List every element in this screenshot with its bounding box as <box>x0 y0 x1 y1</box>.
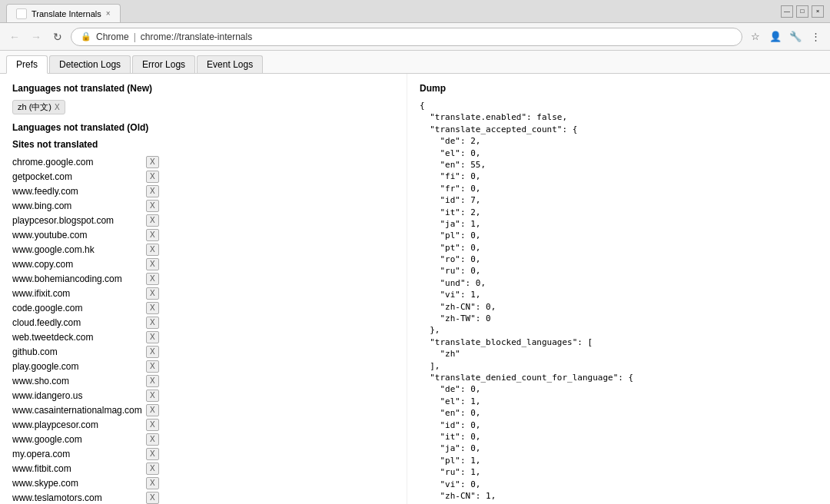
site-remove-button[interactable]: X <box>146 448 159 460</box>
site-name: code.google.com <box>12 303 143 313</box>
language-tag-remove[interactable]: X <box>55 103 60 111</box>
site-remove-button[interactable]: X <box>146 287 159 300</box>
lock-icon: 🔒 <box>81 32 91 41</box>
list-item: www.idangero.usX <box>12 390 394 402</box>
site-remove-button[interactable]: X <box>146 185 159 197</box>
list-item: www.bohemiancoding.comX <box>12 273 394 285</box>
site-remove-button[interactable]: X <box>146 200 159 212</box>
site-name: www.idangero.us <box>12 390 143 401</box>
site-name: www.fitbit.com <box>12 463 143 474</box>
site-name: my.opera.com <box>12 449 143 459</box>
back-button[interactable]: ← <box>6 28 23 45</box>
site-remove-button[interactable]: X <box>146 346 159 358</box>
address-bar: ← → ↻ 🔒 Chrome | chrome://translate-inte… <box>0 23 830 51</box>
list-item: my.opera.comX <box>12 448 394 460</box>
site-remove-button[interactable]: X <box>146 317 159 329</box>
site-name: www.google.com.hk <box>12 244 143 255</box>
site-remove-button[interactable]: X <box>146 477 159 489</box>
right-panel: Dump { "translate.enabled": false, "tran… <box>407 74 830 504</box>
extensions-icon[interactable]: 🔧 <box>787 28 804 45</box>
site-remove-button[interactable]: X <box>146 171 159 183</box>
site-name: www.bing.com <box>12 201 143 211</box>
list-item: www.fitbit.comX <box>12 463 394 475</box>
refresh-button[interactable]: ↻ <box>49 28 66 45</box>
list-item: github.comX <box>12 346 394 358</box>
list-item: www.teslamotors.comX <box>12 492 394 504</box>
site-remove-button[interactable]: X <box>146 492 159 504</box>
list-item: www.playpcesor.comX <box>12 419 394 431</box>
bookmark-star-icon[interactable]: ☆ <box>747 28 764 45</box>
forward-button[interactable]: → <box>28 28 45 45</box>
address-input[interactable]: 🔒 Chrome | chrome://translate-internals <box>71 28 742 46</box>
menu-icon[interactable]: ⋮ <box>807 28 824 45</box>
site-name: getpocket.com <box>12 171 143 182</box>
language-tag-label: zh (中文) <box>18 101 51 113</box>
site-remove-button[interactable]: X <box>146 463 159 475</box>
site-remove-button[interactable]: X <box>146 258 159 270</box>
list-item: getpocket.comX <box>12 171 394 183</box>
list-item: www.copy.comX <box>12 258 394 270</box>
site-remove-button[interactable]: X <box>146 331 159 343</box>
toolbar-icons: ☆ 👤 🔧 ⋮ <box>747 28 824 45</box>
site-name: www.google.com <box>12 434 143 445</box>
site-name: play.google.com <box>12 361 143 372</box>
dump-content: { "translate.enabled": false, "translate… <box>420 100 818 504</box>
site-remove-button[interactable]: X <box>146 433 159 446</box>
list-item: www.skype.comX <box>12 477 394 489</box>
site-remove-button[interactable]: X <box>146 273 159 285</box>
list-item: cloud.feedly.comX <box>12 317 394 329</box>
site-remove-button[interactable]: X <box>146 214 159 227</box>
window-controls: — □ × <box>781 5 824 18</box>
tab-prefs[interactable]: Prefs <box>6 55 48 74</box>
site-name: playpcesor.blogspot.com <box>12 215 143 226</box>
section-sites-title: Sites not translated <box>12 139 394 150</box>
site-name: www.copy.com <box>12 259 143 270</box>
browser-tab[interactable]: Translate Internals × <box>6 4 121 22</box>
tab-event-logs[interactable]: Event Logs <box>197 55 263 73</box>
list-item: www.casainternationalmag.comX <box>12 404 394 416</box>
section-new-languages-title: Languages not translated (New) <box>12 83 394 94</box>
site-remove-button[interactable]: X <box>146 404 159 416</box>
list-item: play.google.comX <box>12 360 394 373</box>
site-remove-button[interactable]: X <box>146 302 159 314</box>
list-item: www.ifixit.comX <box>12 287 394 300</box>
list-item: www.sho.comX <box>12 375 394 387</box>
list-item: www.google.comX <box>12 433 394 446</box>
site-remove-button[interactable]: X <box>146 390 159 402</box>
site-name: www.sho.com <box>12 376 143 386</box>
tab-label: Translate Internals <box>32 9 101 18</box>
site-remove-button[interactable]: X <box>146 375 159 387</box>
list-item: web.tweetdeck.comX <box>12 331 394 343</box>
site-remove-button[interactable]: X <box>146 419 159 431</box>
close-window-button[interactable]: × <box>812 5 824 18</box>
address-separator: | <box>134 32 136 42</box>
site-name: cloud.feedly.com <box>12 317 143 328</box>
left-panel: Languages not translated (New) zh (中文) X… <box>0 74 407 504</box>
minimize-button[interactable]: — <box>781 5 793 18</box>
site-name: www.teslamotors.com <box>12 492 143 503</box>
tab-detection-logs[interactable]: Detection Logs <box>49 55 131 73</box>
site-name: github.com <box>12 346 143 357</box>
site-remove-button[interactable]: X <box>146 156 159 168</box>
dump-title: Dump <box>420 83 818 94</box>
site-name: www.ifixit.com <box>12 288 143 299</box>
maximize-button[interactable]: □ <box>796 5 808 18</box>
site-name: www.casainternationalmag.com <box>12 405 143 416</box>
site-remove-button[interactable]: X <box>146 244 159 256</box>
site-remove-button[interactable]: X <box>146 229 159 241</box>
list-item: playpcesor.blogspot.comX <box>12 214 394 227</box>
url-text: chrome://translate-internals <box>141 32 252 42</box>
list-item: code.google.comX <box>12 302 394 314</box>
profile-icon[interactable]: 👤 <box>767 28 784 45</box>
main-container: Prefs Detection Logs Error Logs Event Lo… <box>0 51 830 504</box>
tab-close-button[interactable]: × <box>106 9 111 18</box>
list-item: www.google.com.hkX <box>12 244 394 256</box>
tab-error-logs[interactable]: Error Logs <box>132 55 195 73</box>
site-name: www.feedly.com <box>12 186 143 197</box>
sites-list: chrome.google.comXgetpocket.comXwww.feed… <box>12 156 394 504</box>
list-item: www.youtube.comX <box>12 229 394 241</box>
list-item: chrome.google.comX <box>12 156 394 168</box>
site-name: www.youtube.com <box>12 230 143 240</box>
tab-area: Translate Internals × <box>6 0 121 22</box>
site-remove-button[interactable]: X <box>146 360 159 373</box>
